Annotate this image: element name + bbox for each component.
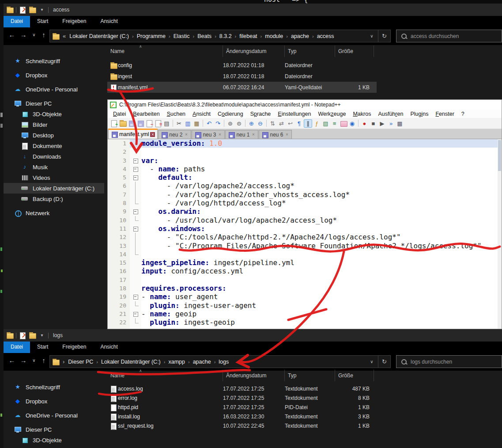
chevron-right-icon[interactable]: › <box>163 359 166 364</box>
editor-scrollbar[interactable] <box>498 139 502 329</box>
breadcrumb-segment[interactable]: module <box>263 33 285 39</box>
sidebar-item-3d-objekte[interactable]: 3D-Objekte <box>4 109 104 119</box>
file-row-config[interactable]: config18.07.2022 01:18Dateiordner <box>107 60 377 71</box>
sidebar-item-dieser-pc[interactable]: Dieser PC <box>4 98 104 109</box>
menu-werkzeuge[interactable]: Werkzeuge <box>314 111 349 117</box>
monitoring-icon[interactable]: ◉ <box>348 119 356 128</box>
sync-horizontal-scrolling-icon[interactable]: ⇄ <box>277 119 286 128</box>
address-field[interactable]: «Lokaler Datenträger (C:)›Programme›Elas… <box>49 30 391 42</box>
sidebar-item-onedrive-personal[interactable]: ☁OneDrive - Personal <box>4 410 104 421</box>
menu-bearbeiten[interactable]: Bearbeiten <box>129 111 163 117</box>
breadcrumb-segment[interactable]: apache <box>191 359 213 365</box>
chevron-right-icon[interactable]: › <box>188 359 190 364</box>
sidebar-item-bilder[interactable]: Bilder <box>4 445 104 448</box>
breadcrumb-segment[interactable]: Dieser PC <box>66 359 95 365</box>
redo-icon[interactable]: ↷ <box>214 119 222 128</box>
function-list-icon[interactable]: ≡ <box>330 119 339 128</box>
breadcrumb-segment[interactable]: logs <box>217 359 230 365</box>
column-header-gre[interactable]: Größe <box>335 46 374 57</box>
breadcrumb-segment[interactable]: Programme <box>135 33 167 39</box>
paste-icon[interactable]: ▦ <box>192 119 201 128</box>
run-macro-multiple-times-icon[interactable]: » <box>387 119 395 128</box>
chevron-right-icon[interactable]: › <box>260 34 263 39</box>
chevron-right-icon[interactable]: › <box>214 359 216 364</box>
forward-icon[interactable]: → <box>19 357 28 364</box>
folder-icon[interactable] <box>6 332 13 339</box>
chevron-right-icon[interactable]: › <box>168 34 171 39</box>
up-icon[interactable]: ↑ <box>39 357 49 364</box>
ribbon-tab-ansicht[interactable]: Ansicht <box>93 342 125 353</box>
sidebar-item-desktop[interactable]: Desktop <box>4 130 104 140</box>
save-recorded-macro-icon[interactable]: ▩ <box>396 119 404 128</box>
column-header-gre[interactable]: Größe <box>335 370 374 381</box>
zoom-out-icon[interactable]: ⊖ <box>256 119 264 128</box>
sidebar-item-bilder[interactable]: Bilder <box>4 119 104 130</box>
ribbon-tab-start[interactable]: Start <box>30 342 55 353</box>
ribbon-tab-datei[interactable]: Datei <box>4 16 30 27</box>
new-file-icon[interactable]: + <box>109 119 118 128</box>
breadcrumb-segment[interactable]: access <box>315 33 336 39</box>
editor-area[interactable]: 1module_version: 1.023var:4 - name: path… <box>108 139 502 329</box>
explorer-titlebar[interactable]: ▾ access <box>4 4 502 16</box>
menu-makros[interactable]: Makros <box>349 111 374 117</box>
up-icon[interactable]: ↑ <box>39 31 49 38</box>
user-defined-dialog-icon[interactable]: ƒ <box>313 119 321 128</box>
file-row-install-log[interactable]: install.log16.03.2022 12:30Textdokument3… <box>107 412 377 421</box>
breadcrumb-segment[interactable]: Lokaler Datenträger (C:) <box>68 33 131 39</box>
tab-neu-2[interactable]: neu 2× <box>158 130 191 139</box>
menu-datei[interactable]: Datei <box>109 111 129 117</box>
search-input[interactable] <box>411 33 486 39</box>
customize-quick-access-icon[interactable]: ▾ <box>38 332 45 339</box>
column-header-typ[interactable]: Typ <box>285 370 335 381</box>
sidebar-item-musik[interactable]: ♪Musik <box>4 162 104 172</box>
fold-box-icon[interactable] <box>130 292 141 301</box>
breadcrumb-segment[interactable]: Elastic <box>172 33 192 39</box>
forward-icon[interactable]: → <box>19 31 28 38</box>
sidebar-item-3d-objekte[interactable]: 3D-Objekte <box>4 435 104 445</box>
search-input[interactable] <box>411 359 486 365</box>
menu-suchen[interactable]: Suchen <box>163 111 189 117</box>
close-tab-icon[interactable]: × <box>284 132 289 137</box>
close-tab-icon[interactable]: × <box>150 132 155 137</box>
save-all-icon[interactable] <box>136 119 144 128</box>
explorer-titlebar[interactable]: ▾ logs <box>4 329 502 342</box>
file-row-manifest-yml[interactable]: manifest.yml06.07.2022 16:24Yaml-Quellda… <box>107 82 377 93</box>
copy-icon[interactable]: ▥ <box>184 119 192 128</box>
stop-recording-icon[interactable]: ■ <box>369 119 377 128</box>
column-header-typ[interactable]: Typ <box>285 46 335 57</box>
chevron-right-icon[interactable]: › <box>132 34 134 39</box>
sidebar-item-netzwerk[interactable]: Netzwerk <box>4 208 104 218</box>
chevron-right-icon[interactable]: › <box>312 34 314 39</box>
save-file-icon[interactable] <box>127 119 136 128</box>
search-box[interactable] <box>396 355 502 368</box>
close-tab-icon[interactable]: × <box>251 132 256 137</box>
address-dropdown-icon[interactable]: ∨ <box>366 30 378 42</box>
sidebar-item-downloads[interactable]: ↓Downloads <box>4 151 104 162</box>
tab-neu-6[interactable]: neu 6× <box>259 130 292 139</box>
fold-box-icon[interactable] <box>130 207 141 216</box>
back-icon[interactable]: ← <box>7 31 17 38</box>
chevron-right-icon[interactable]: › <box>234 34 237 39</box>
breadcrumb-segment[interactable]: Lokaler Datenträger (C:) <box>99 359 162 365</box>
ribbon-tab-freigeben[interactable]: Freigeben <box>55 342 93 353</box>
ribbon-tab-start[interactable]: Start <box>30 16 55 27</box>
zoom-in-icon[interactable]: ⊕ <box>247 119 256 128</box>
file-row-httpd-pid[interactable]: httpd.pid17.07.2022 17:25PID-Datei1 KB <box>107 402 377 412</box>
sidebar-item-dropbox[interactable]: ◆Dropbox <box>4 396 104 406</box>
tab-neu-3[interactable]: neu 3× <box>192 130 225 139</box>
column-header-name[interactable]: Name <box>107 370 223 381</box>
sync-vertical-scrolling-icon[interactable]: ⇅ <box>268 119 277 128</box>
ribbon-tab-ansicht[interactable]: Ansicht <box>93 16 125 27</box>
fold-box-icon[interactable] <box>130 224 141 233</box>
search-box[interactable] <box>396 30 502 42</box>
print-icon[interactable]: ▤ <box>162 119 171 128</box>
chevron-right-icon[interactable]: › <box>214 34 217 39</box>
word-wrap-icon[interactable]: ↩ <box>286 119 294 128</box>
start-recording-icon[interactable]: ● <box>360 119 369 128</box>
sidebar-item-schnellzugriff[interactable]: ★Schnellzugriff <box>4 382 104 392</box>
address-field[interactable]: ›Dieser PC›Lokaler Datenträger (C:)›xamp… <box>49 355 391 368</box>
breadcrumb-segment[interactable]: 8.3.2 <box>218 33 234 39</box>
file-row-ingest[interactable]: ingest18.07.2022 01:18Dateiordner <box>107 71 377 82</box>
ribbon-tab-freigeben[interactable]: Freigeben <box>55 16 93 27</box>
playback-macro-icon[interactable]: ▶ <box>378 119 386 128</box>
